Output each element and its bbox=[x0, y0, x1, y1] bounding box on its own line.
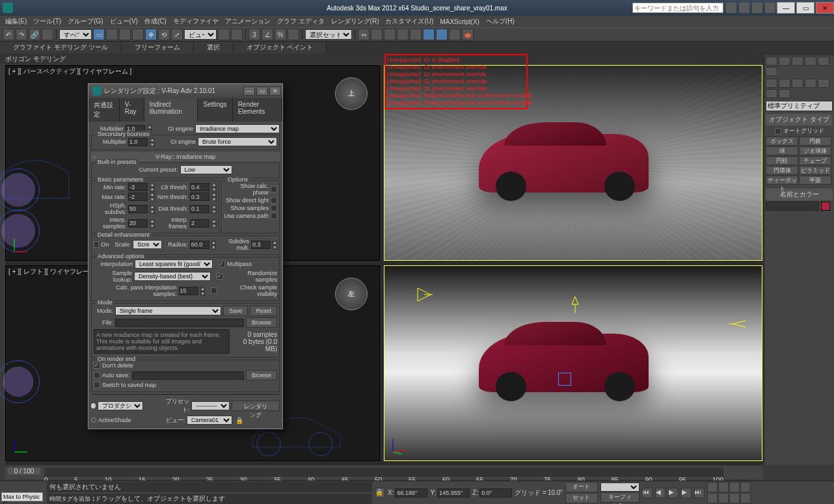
lights-icon[interactable] bbox=[792, 79, 803, 88]
goto-start-icon[interactable]: ⏮ bbox=[642, 488, 652, 498]
create-tab-icon[interactable] bbox=[766, 57, 777, 66]
window-crossing-button[interactable] bbox=[132, 29, 144, 40]
tab-elements[interactable]: Render Elements bbox=[233, 98, 282, 122]
lock-view-icon[interactable]: 🔒 bbox=[235, 417, 243, 424]
detail-on-checkbox[interactable] bbox=[94, 241, 99, 248]
search-input[interactable] bbox=[633, 3, 723, 12]
select-button[interactable]: ▭ bbox=[93, 29, 105, 40]
redo-button[interactable]: ↷ bbox=[16, 29, 27, 40]
autokey-button[interactable]: オートキー bbox=[565, 482, 598, 492]
preset-dropdown[interactable]: ----------- bbox=[191, 401, 230, 410]
spinner-snap-button[interactable] bbox=[288, 29, 299, 40]
unlink-button[interactable] bbox=[42, 29, 53, 40]
tab-gi[interactable]: Indirect illumination bbox=[144, 98, 198, 122]
activeshade-radio[interactable] bbox=[91, 418, 96, 423]
keymode-dropdown[interactable] bbox=[600, 483, 639, 492]
geosphere-button[interactable]: ジオ球体 bbox=[799, 146, 831, 155]
viewcube[interactable]: 上 bbox=[335, 77, 368, 110]
browse-button[interactable]: Browse bbox=[246, 370, 277, 380]
rendered-frame-button[interactable] bbox=[449, 29, 461, 40]
zoom-extents-all-icon[interactable] bbox=[740, 482, 751, 492]
calc-pass-input[interactable] bbox=[179, 287, 198, 295]
pan-icon[interactable] bbox=[718, 493, 729, 503]
viewport-activeshade[interactable]: Unsupported: GI is disabledUnsupported: … bbox=[384, 65, 762, 261]
menu-modifiers[interactable]: モディファイヤ bbox=[170, 16, 221, 27]
minimize-button[interactable]: — bbox=[777, 2, 795, 14]
link-button[interactable]: 🔗 bbox=[29, 29, 40, 40]
viewport-camera[interactable]: [ + ][ Camera01 ][ リアリスティック ] bbox=[384, 265, 762, 461]
tab-vray[interactable]: V-Ray bbox=[120, 98, 144, 122]
menu-tools[interactable]: ツール(T) bbox=[31, 16, 64, 27]
angle-snap-button[interactable]: ∠ bbox=[262, 29, 273, 40]
goto-end-icon[interactable]: ⏭ bbox=[694, 488, 705, 498]
play-icon[interactable]: ▶ bbox=[668, 488, 679, 498]
tab-freeform[interactable]: フリーフォーム bbox=[122, 42, 194, 53]
select-name-button[interactable] bbox=[106, 29, 118, 40]
menu-group[interactable]: グループ(G) bbox=[65, 16, 105, 27]
autosave-checkbox[interactable] bbox=[94, 372, 100, 378]
spinner-buttons[interactable]: ▲▼ bbox=[150, 138, 155, 146]
manipulate-button[interactable] bbox=[231, 29, 243, 40]
percent-snap-button[interactable]: % bbox=[275, 29, 286, 40]
clr-thresh-input[interactable] bbox=[190, 183, 209, 191]
maximize-viewport-icon[interactable] bbox=[740, 493, 751, 503]
menu-views[interactable]: ビュー(V) bbox=[107, 16, 141, 27]
sphere-button[interactable]: 球 bbox=[766, 146, 798, 155]
hsph-input[interactable] bbox=[128, 205, 148, 213]
menu-edit[interactable]: 編集(E) bbox=[3, 16, 29, 27]
dont-delete-checkbox[interactable] bbox=[94, 362, 100, 369]
primary-gi-dropdown[interactable]: Irradiance map bbox=[195, 124, 280, 133]
keyfilter-button[interactable]: キーフィルタ... bbox=[600, 492, 639, 503]
detail-radius-input[interactable] bbox=[190, 241, 209, 249]
menu-customize[interactable]: カスタマイズ(U) bbox=[383, 16, 436, 27]
layers-button[interactable] bbox=[384, 29, 396, 40]
light-gizmo[interactable] bbox=[727, 314, 747, 334]
menu-animation[interactable]: アニメーション bbox=[222, 16, 273, 27]
cone-button[interactable]: 円錐 bbox=[799, 137, 831, 146]
fov-icon[interactable] bbox=[707, 493, 718, 503]
tab-selection[interactable]: 選択 bbox=[194, 42, 234, 53]
tube-button[interactable]: チューブ bbox=[799, 156, 831, 165]
object-name-input[interactable] bbox=[766, 202, 819, 211]
randomize-checkbox[interactable] bbox=[217, 273, 223, 280]
named-selset-dropdown[interactable]: 選択セット作成 bbox=[305, 29, 352, 40]
production-radio[interactable] bbox=[91, 403, 96, 408]
frames-input[interactable] bbox=[190, 219, 209, 228]
autosave-input[interactable] bbox=[132, 371, 244, 380]
help-icon[interactable] bbox=[765, 3, 775, 13]
close-button[interactable]: ✕ bbox=[816, 2, 834, 14]
rollout-name-color[interactable]: 名前とカラー bbox=[766, 189, 833, 200]
pivot-button[interactable] bbox=[218, 29, 230, 40]
display-tab-icon[interactable] bbox=[818, 57, 829, 66]
mode-dropdown[interactable]: Single frame bbox=[115, 306, 221, 315]
zoom-icon[interactable] bbox=[707, 482, 718, 492]
interp-type-dropdown[interactable]: Least squares fit (good/smooth) bbox=[135, 259, 213, 269]
mirror-button[interactable]: ⇔ bbox=[358, 29, 370, 40]
secondary-gi-dropdown[interactable]: Brute force bbox=[198, 137, 277, 146]
x-coord-input[interactable] bbox=[395, 488, 427, 497]
render-setup-button[interactable] bbox=[436, 29, 448, 40]
curve-editor-button[interactable] bbox=[397, 29, 409, 40]
dialog-maximize[interactable]: ▭ bbox=[256, 86, 268, 96]
select-move-button[interactable]: ✥ bbox=[145, 29, 157, 40]
maximize-button[interactable]: ▭ bbox=[796, 2, 814, 14]
menu-help[interactable]: ヘルプ(H) bbox=[483, 16, 517, 27]
ref-coord-dropdown[interactable]: ビュー bbox=[184, 29, 217, 40]
light-gizmo[interactable] bbox=[565, 295, 585, 314]
next-frame-icon[interactable]: ▶ bbox=[681, 488, 692, 498]
tab-graphite[interactable]: グラファイト モデリング ツール bbox=[0, 42, 122, 53]
schematic-button[interactable] bbox=[410, 29, 422, 40]
cylinder-button[interactable]: 円柱 bbox=[766, 156, 798, 165]
fav-icon[interactable] bbox=[752, 3, 762, 13]
menu-rendering[interactable]: レンダリング(R) bbox=[329, 16, 382, 27]
shapes-icon[interactable] bbox=[779, 79, 790, 88]
show-direct-checkbox[interactable] bbox=[271, 197, 277, 204]
add-tag[interactable]: 時間タグを追加 bbox=[47, 495, 93, 503]
preset-dropdown[interactable]: Low bbox=[180, 165, 232, 174]
secondary-mult-input[interactable] bbox=[128, 138, 148, 146]
show-calc-checkbox[interactable] bbox=[271, 186, 277, 192]
render-button[interactable]: レンダリング bbox=[232, 401, 280, 411]
viewport-label[interactable]: [ + ][ パースペクティブ ][ ワイヤフレーム ] bbox=[8, 67, 131, 76]
search-icon[interactable] bbox=[726, 3, 736, 13]
cameras-icon[interactable] bbox=[805, 79, 816, 88]
